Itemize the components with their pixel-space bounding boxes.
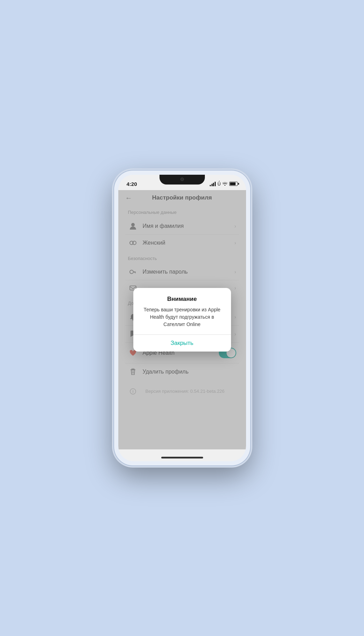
modal-title: Внимание — [140, 296, 224, 303]
alert-dialog: Внимание Теперь ваши тренировки из Apple… — [133, 288, 231, 352]
close-button-label: Закрыть — [171, 340, 193, 346]
close-button[interactable]: Закрыть — [133, 335, 231, 352]
main-content: ← Настройки профиля Персональные данные … — [118, 190, 246, 449]
wifi-icon: Ǘ — [217, 181, 228, 187]
signal-icon — [210, 182, 216, 186]
modal-body: Внимание Теперь ваши тренировки из Apple… — [133, 288, 231, 334]
battery-icon — [229, 182, 238, 186]
notch — [159, 175, 205, 185]
status-time: 4:20 — [127, 181, 137, 187]
front-camera — [180, 178, 184, 181]
home-indicator — [118, 449, 246, 461]
home-bar — [161, 457, 203, 458]
phone-frame: 4:20 Ǘ — [114, 171, 250, 465]
modal-text: Теперь ваши тренировки из Apple Health б… — [140, 306, 224, 328]
modal-overlay: Внимание Теперь ваши тренировки из Apple… — [118, 190, 246, 449]
status-icons: Ǘ — [210, 181, 237, 187]
phone-screen: 4:20 Ǘ — [118, 175, 246, 461]
